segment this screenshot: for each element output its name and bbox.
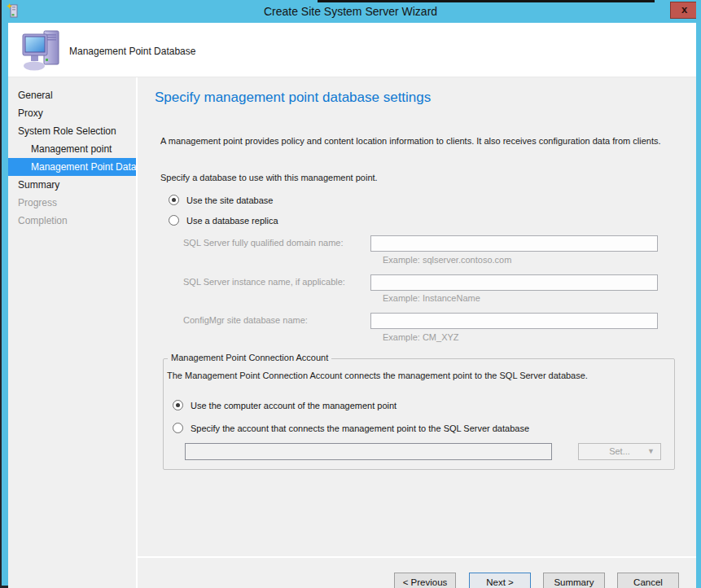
radio-use-site-database[interactable] (169, 195, 179, 205)
page-title: Specify management point database settin… (155, 90, 431, 106)
previous-button[interactable]: < Previous (394, 573, 456, 588)
header-page-title: Management Point Database (69, 46, 195, 57)
sql-fqdn-input[interactable] (370, 235, 658, 252)
set-account-button-label: Set... (609, 446, 630, 456)
sql-fqdn-example: Example: sqlserver.contoso.com (383, 255, 511, 265)
database-prompt-text: Specify a database to use with this mana… (160, 173, 378, 182)
summary-button[interactable]: Summary (543, 573, 605, 588)
account-name-input[interactable] (185, 443, 552, 460)
connection-account-description: The Management Point Connection Account … (167, 371, 588, 380)
radio-specify-account[interactable] (173, 423, 183, 433)
close-button[interactable]: x (670, 2, 699, 19)
chevron-down-icon: ▼ (647, 444, 655, 459)
wizard-step-list: General Proxy System Role Selection Mana… (8, 86, 136, 230)
radio-use-database-replica[interactable] (169, 215, 179, 226)
cancel-button[interactable]: Cancel (617, 573, 679, 588)
window-title: Create Site System Server Wizard (0, 5, 701, 18)
sql-instance-input[interactable] (370, 274, 658, 291)
configmgr-db-input[interactable] (370, 313, 658, 329)
radio-use-computer-account-label[interactable]: Use the computer account of the manageme… (191, 401, 397, 410)
sidebar-item-summary[interactable]: Summary (8, 176, 136, 194)
sql-instance-example: Example: InstanceName (383, 293, 480, 303)
sidebar-item-management-point[interactable]: Management point (8, 140, 136, 158)
sidebar-item-proxy[interactable]: Proxy (8, 104, 136, 122)
footer-separator (138, 556, 696, 558)
next-button[interactable]: Next > (469, 573, 531, 588)
radio-use-computer-account[interactable] (173, 400, 183, 410)
radio-use-site-database-label[interactable]: Use the site database (186, 195, 273, 205)
sidebar-item-system-role-selection[interactable]: System Role Selection (8, 122, 136, 140)
sidebar-item-progress: Progress (8, 194, 136, 212)
sql-instance-label: SQL Server instance name, if applicable: (183, 277, 345, 287)
connection-account-legend: Management Point Connection Account (168, 353, 331, 362)
radio-use-database-replica-label[interactable]: Use a database replica (186, 216, 278, 226)
sidebar-divider (136, 77, 138, 588)
window-left-edge (0, 0, 2, 588)
sidebar-item-management-point-database[interactable]: Management Point Datab (8, 158, 136, 176)
configmgr-db-label: ConfigMgr site database name: (183, 315, 308, 325)
sidebar-item-general[interactable]: General (8, 86, 136, 104)
computer-workstation-icon (22, 28, 61, 75)
window-right-border (696, 0, 701, 588)
sql-fqdn-label: SQL Server fully qualified domain name: (183, 238, 343, 248)
configmgr-db-example: Example: CM_XYZ (383, 332, 459, 342)
wizard-window: Create Site System Server Wizard x (0, 0, 701, 588)
intro-text: A management point provides policy and c… (160, 136, 661, 146)
sidebar-item-completion: Completion (8, 212, 136, 230)
radio-specify-account-label[interactable]: Specify the account that connects the ma… (191, 423, 529, 433)
background-window-strip (318, 0, 655, 2)
set-account-button[interactable]: Set... ▼ (578, 443, 661, 460)
window-left-border (2, 23, 8, 588)
